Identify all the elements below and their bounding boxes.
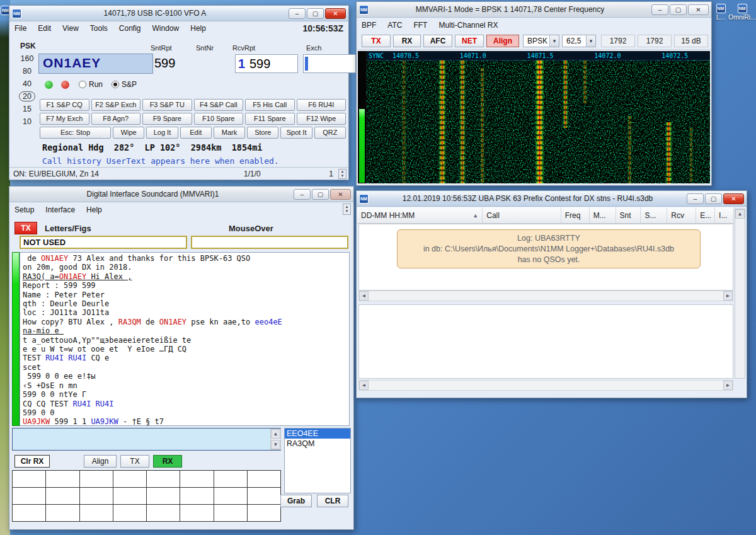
macro-cell[interactable] (214, 505, 248, 522)
di-menu-interface[interactable]: Interface (45, 205, 75, 214)
fkey-store[interactable]: Store (247, 127, 278, 139)
band-button-80[interactable]: 80 (17, 65, 37, 78)
mode-select[interactable]: BPSK ▾ (523, 35, 559, 47)
macro-cell[interactable] (46, 505, 79, 522)
mmvari-menu-atc[interactable]: ATC (387, 21, 402, 30)
mmvari-menu-bpf[interactable]: BPF (362, 21, 376, 30)
fkey-f9-spare[interactable]: F9 Spare (142, 113, 192, 125)
macro-cell[interactable] (214, 471, 248, 488)
log-pane-upper[interactable]: Log: UBA63RTTYin db: C:\Users\Илья\Docum… (358, 224, 733, 291)
maximize-button[interactable]: ▢ (670, 4, 687, 15)
entry-menu-tools[interactable]: Tools (90, 24, 108, 33)
rcvrpt-field[interactable]: 1 599 (235, 54, 298, 73)
fkey-esc-stop[interactable]: Esc: Stop (40, 127, 111, 139)
decoded-call-list[interactable]: EEO4EERA3QM (284, 428, 351, 493)
fkey-log-it[interactable]: Log It (146, 127, 178, 139)
close-button[interactable]: ✕ (330, 189, 351, 200)
macro-field[interactable]: NOT USED (20, 236, 187, 249)
scroll-right-icon[interactable]: ► (723, 381, 733, 390)
exch-input[interactable] (303, 54, 356, 73)
desktop-icon-logger[interactable]: NM L... (712, 4, 730, 21)
macro-cell[interactable] (147, 488, 180, 505)
call-list-item-eeo4ee[interactable]: EEO4EE (285, 429, 350, 439)
minimize-button[interactable]: – (294, 189, 311, 200)
log-column-freq[interactable]: Freq (561, 207, 590, 223)
log-column-m[interactable]: M... (590, 207, 616, 223)
macro-cell[interactable] (80, 471, 113, 488)
log-vscrollbar[interactable]: ▲ (735, 209, 745, 379)
callsign-input[interactable]: ON1AEY (38, 54, 153, 74)
macro-cell[interactable] (147, 471, 180, 488)
waterfall-display[interactable] (367, 60, 710, 183)
log-pane-lower[interactable] (358, 304, 733, 379)
log-hscrollbar-lower[interactable]: ◄ ► (358, 380, 733, 391)
maximize-button[interactable]: ▢ (312, 189, 329, 200)
fkey-spot-it[interactable]: Spot It (280, 127, 312, 139)
qso-spinner[interactable]: ▲▼ (338, 169, 346, 179)
log-column-snt[interactable]: Snt (616, 207, 641, 223)
band-button-10[interactable]: 10 (17, 115, 37, 128)
baud-select[interactable]: 62,5 ▾ (562, 35, 596, 47)
maximize-button[interactable]: ▢ (307, 8, 324, 19)
entry-menu-view[interactable]: View (62, 24, 79, 33)
minimize-button[interactable]: – (687, 193, 704, 204)
band-button-160[interactable]: 160 (17, 52, 37, 65)
band-button-40[interactable]: 40 (17, 78, 37, 90)
scroll-up-icon[interactable]: ▲ (271, 429, 280, 439)
align-button[interactable]: Align (486, 35, 519, 47)
log-titlebar[interactable]: NM 12.01.2019 10:56:53Z UBA PSK 63 Prefi… (357, 191, 747, 207)
tx-input-area[interactable] (12, 428, 281, 451)
entry-menu-edit[interactable]: Edit (38, 24, 51, 33)
macro-cell[interactable] (180, 488, 214, 505)
di-tx-button[interactable]: TX (14, 222, 37, 234)
mmvari-menu-multi-channel-rx[interactable]: Multi-Channel RX (438, 21, 498, 30)
entry-menu-config[interactable]: Config (119, 24, 141, 33)
macro-cell[interactable] (180, 471, 214, 488)
scroll-left-icon[interactable]: ◄ (359, 381, 369, 390)
close-button[interactable]: ✕ (325, 8, 346, 19)
afc-button[interactable]: AFC (423, 35, 452, 47)
close-button[interactable]: ✕ (688, 4, 709, 15)
fkey-f7-my-exch[interactable]: F7 My Exch (40, 113, 89, 125)
clr-rx-button[interactable]: Clr RX (14, 455, 50, 468)
scroll-down-icon[interactable]: ▼ (271, 440, 280, 449)
di-menu-setup[interactable]: Setup (14, 205, 34, 214)
macro-cell[interactable] (113, 488, 147, 505)
log-column-dd-mm-hh-mm[interactable]: DD-MM HH:MM▲ (357, 207, 483, 223)
macro-cell[interactable] (113, 471, 147, 488)
fkey-qrz[interactable]: QRZ (314, 127, 346, 139)
tx-scrollbar[interactable]: ▲ ▼ (270, 429, 281, 450)
di-spinner[interactable]: ▲▼ (343, 204, 351, 215)
rx-toggle-button[interactable]: RX (153, 455, 182, 468)
band-button-20[interactable]: 20 (17, 90, 37, 103)
macro-cell[interactable] (13, 505, 46, 522)
minimize-button[interactable]: – (289, 8, 306, 19)
call-list-item-ra3qm[interactable]: RA3QM (285, 439, 350, 449)
fkey-f3-s-p-tu[interactable]: F3 S&P TU (142, 99, 192, 111)
entry-menu-help[interactable]: Help (190, 24, 206, 33)
fkey-f12-wipe[interactable]: F12 Wipe (297, 113, 346, 125)
macro-cell[interactable] (113, 505, 147, 522)
run-radio[interactable]: Run (79, 80, 103, 89)
scroll-left-icon[interactable]: ◄ (359, 291, 369, 301)
log-column-s[interactable]: S... (641, 207, 667, 223)
close-button[interactable]: ✕ (723, 193, 744, 204)
fkey-f1-s-p-cq[interactable]: F1 S&P CQ (40, 99, 89, 111)
fkey-f8-agn[interactable]: F8 Agn? (91, 113, 141, 125)
log-column-e[interactable]: E... (696, 207, 715, 223)
mmvari-menu-fft[interactable]: FFT (413, 21, 427, 30)
sntrpt-value[interactable]: 599 (154, 56, 175, 71)
macro-cell[interactable] (248, 505, 281, 522)
di-menu-help[interactable]: Help (86, 205, 102, 214)
fkey-edit[interactable]: Edit (180, 127, 212, 139)
macro-cell[interactable] (46, 488, 79, 505)
clr-button[interactable]: CLR (317, 495, 348, 507)
macro-cell[interactable] (13, 488, 46, 505)
net-button[interactable]: NET (455, 35, 484, 47)
log-column-rcv[interactable]: Rcv (667, 207, 696, 223)
entry-titlebar[interactable]: NM 14071,78 USB IC-9100 VFO A – ▢ ✕ (9, 6, 348, 21)
fkey-f2-s-p-exch[interactable]: F2 S&P Exch (91, 99, 141, 111)
macro-cell[interactable] (214, 488, 248, 505)
rx-decode-area[interactable]: de ON1AEY 73 Alex and thanks for this BP… (20, 252, 350, 426)
entry-menu-file[interactable]: File (14, 24, 26, 33)
